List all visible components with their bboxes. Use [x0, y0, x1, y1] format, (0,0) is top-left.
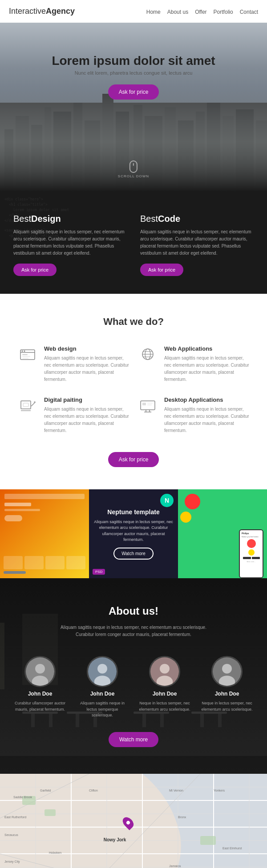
mock-bar — [4, 571, 26, 574]
svg-text:Mt Vernon: Mt Vernon — [169, 789, 183, 792]
team-name-1: John Doe — [28, 691, 53, 697]
services-grid: Web design Aliquam sagittis neque in lec… — [18, 345, 249, 434]
avatar-2 — [87, 656, 118, 687]
portfolio-item-neptune: N Neptune template Aliquam sagittis nequ… — [89, 489, 178, 578]
portfolio-item-orange — [0, 489, 89, 578]
what-we-do-title: What we do? — [18, 316, 249, 328]
svg-text:<h1 class="title">: <h1 class="title"> — [9, 203, 48, 207]
web-design-icon — [18, 345, 37, 365]
nav-item-contact[interactable]: Contact — [240, 8, 258, 16]
service-web-apps-body: Aliquam sagittis neque in lectus semper,… — [164, 355, 249, 383]
avatar-placeholder-4 — [213, 657, 241, 686]
app-store-badge — [243, 557, 251, 559]
hero-title: Lorem ipsum dolor sit amet — [52, 54, 215, 68]
dark-code-cta[interactable]: Ask for price — [140, 264, 183, 276]
neptune-content: Neptune template Aliquam sagittis neque … — [89, 504, 178, 564]
nav-item-offer[interactable]: Offer — [195, 8, 206, 16]
what-we-do-cta-button[interactable]: Ask for price — [108, 452, 159, 467]
mock-icon-2 — [24, 556, 44, 569]
dark-design-bold: Design — [31, 214, 61, 224]
nav-link-home[interactable]: Home — [146, 9, 161, 15]
svg-rect-31 — [22, 354, 28, 355]
service-web-apps: Web Applications Aliquam sagittis neque … — [138, 345, 249, 383]
logo: InteractiveAgency — [9, 7, 75, 16]
svg-text:Saddle Brook: Saddle Brook — [13, 796, 32, 799]
mock-title — [4, 503, 31, 506]
phone-mockup: Philips Notice you feel better. Best car… — [239, 529, 263, 578]
portfolio-item-health: Philips Notice you feel better. Best car… — [178, 489, 267, 578]
service-web-apps-title: Web Applications — [164, 345, 249, 352]
dark-design-regular: Best — [13, 214, 31, 224]
phone-footer-text: Best care... — [242, 560, 261, 563]
svg-rect-40 — [23, 403, 28, 407]
dark-design-body: Aliquam sagittis neque in lectus semper,… — [13, 228, 127, 257]
logo-text-regular: Interactive — [9, 7, 46, 16]
svg-text:Garfield: Garfield — [40, 789, 51, 792]
service-digital-painting-text: Digital paiting Aliquam sagittis neque i… — [44, 396, 129, 434]
desktop-apps-icon — [138, 396, 158, 416]
phone-tagline: Notice you feel better. — [242, 536, 261, 538]
team-bio-1: Curabitur ullamcorper auctor mauris, pla… — [13, 700, 67, 712]
neptune-body: Aliquam sagittis neque in lectus semper,… — [93, 519, 174, 543]
mock-sub — [4, 509, 40, 511]
neptune-title: Neptune template — [93, 508, 174, 516]
dark-card-code-title: BestCode — [140, 214, 254, 224]
service-digital-painting-body: Aliquam sagittis neque in lectus semper,… — [44, 406, 129, 434]
hero-cta-button[interactable]: Ask for price — [108, 84, 159, 100]
avatar-placeholder-1 — [26, 657, 54, 686]
svg-point-76 — [222, 664, 232, 674]
mouse-icon — [129, 160, 138, 173]
avatar-3 — [149, 656, 180, 687]
svg-text:Jersey City: Jersey City — [4, 860, 20, 864]
nav-link-portfolio[interactable]: Portfolio — [214, 9, 233, 15]
nav-link-about[interactable]: About us — [167, 9, 188, 15]
service-web-design-text: Web design Aliquam sagittis neque in lec… — [44, 345, 129, 383]
service-desktop-apps-text: Desktop Applications Aliquam sagittis ne… — [164, 396, 249, 434]
avatar-1 — [24, 656, 56, 687]
mock-nav — [4, 494, 85, 499]
dark-card-design-title: BestDesign — [13, 214, 127, 224]
scroll-hint: SCROLL DOWN — [118, 160, 149, 178]
dark-code-body: Aliquam sagittis neque in lectus semper,… — [140, 228, 254, 257]
map-pin — [124, 816, 133, 829]
team-member-4: John Doe Neque in lectus semper, nec ele… — [200, 656, 254, 719]
about-cta-button[interactable]: Watch more — [109, 732, 158, 747]
neptune-cta-button[interactable]: Watch more — [113, 548, 154, 560]
svg-rect-49 — [147, 403, 153, 404]
nav-item-about[interactable]: About us — [167, 8, 188, 16]
main-nav: Home About us Offer Portfolio Contact — [146, 8, 258, 16]
avatar-placeholder-3 — [150, 657, 179, 686]
dark-code-regular: Best — [140, 214, 158, 224]
nav-link-contact[interactable]: Contact — [240, 9, 258, 15]
svg-rect-97 — [44, 809, 56, 816]
nav-link-offer[interactable]: Offer — [195, 9, 206, 15]
svg-text:Lorem ipsum dolor sit amet: Lorem ipsum dolor sit amet — [13, 208, 69, 212]
phone-screen: Philips Notice you feel better. Best car… — [240, 530, 263, 577]
team-grid: John Doe Curabitur ullamcorper auctor ma… — [13, 656, 254, 719]
svg-point-42 — [34, 401, 36, 403]
hero-subtitle: Nunc elit lorem, pharetra lectus congue … — [75, 70, 193, 76]
nav-item-portfolio[interactable]: Portfolio — [214, 8, 233, 16]
digital-painting-icon — [18, 396, 37, 416]
mock-icon-3 — [45, 556, 65, 569]
dark-design-cta[interactable]: Ask for price — [13, 264, 57, 276]
header: InteractiveAgency Home About us Offer Po… — [0, 0, 267, 23]
nav-item-home[interactable]: Home — [146, 8, 161, 16]
phone-fruit-yellow — [248, 549, 255, 556]
mock-icons — [4, 556, 85, 569]
svg-text:<div class="hero">: <div class="hero"> — [4, 197, 43, 201]
service-digital-painting-title: Digital paiting — [44, 396, 129, 403]
dark-card-design: BestDesign Aliquam sagittis neque in lec… — [13, 214, 127, 276]
what-we-do-section: What we do? Web design Aliquam sagittis … — [0, 294, 267, 489]
team-member-1: John Doe Curabitur ullamcorper auctor ma… — [13, 656, 67, 719]
svg-rect-98 — [200, 836, 216, 845]
portfolio-orange-bg — [0, 489, 89, 578]
svg-rect-50 — [147, 404, 152, 405]
svg-rect-39 — [21, 401, 31, 409]
dark-code-bold: Code — [158, 214, 180, 224]
service-desktop-apps: Desktop Applications Aliquam sagittis ne… — [138, 396, 249, 434]
scroll-text: SCROLL DOWN — [118, 174, 149, 178]
svg-point-67 — [35, 664, 45, 674]
team-member-3: John Doe Neque in lectus semper, nec ele… — [138, 656, 191, 719]
map-location-label: Nowy Jork — [104, 837, 126, 842]
